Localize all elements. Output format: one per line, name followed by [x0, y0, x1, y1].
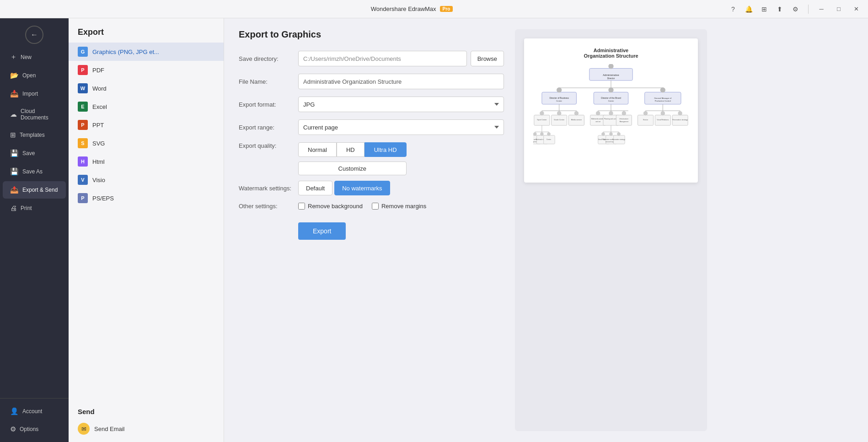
svg-text:Grade Center: Grade Center [554, 119, 565, 121]
sidebar-item-account[interactable]: 👤 Account [3, 403, 66, 420]
export-item-word[interactable]: W Word [69, 79, 224, 97]
file-name-input[interactable] [298, 74, 504, 89]
quality-buttons: Normal HD Ultra HD [298, 142, 407, 157]
export-item-pseps[interactable]: P PS/EPS [69, 189, 224, 207]
export-format-select[interactable]: JPG PNG BMP GIF SVG [298, 97, 504, 112]
close-button[interactable]: ✕ [850, 3, 863, 16]
watermark-row: Watermark settings: Default No watermark… [239, 181, 504, 195]
quality-normal-button[interactable]: Normal [298, 142, 337, 157]
svg-text:Multimedia activities: Multimedia activities [591, 118, 605, 120]
watermark-label: Watermark settings: [239, 185, 298, 192]
svg-point-41 [596, 111, 600, 115]
export-item-visio[interactable]: V Visio [69, 171, 224, 189]
svg-point-45 [609, 111, 613, 115]
remove-background-label: Remove background [308, 203, 363, 210]
sidebar-item-import[interactable]: 📥 Import [3, 85, 66, 102]
export-item-graphics[interactable]: G Graphics (PNG, JPG et... [69, 43, 224, 61]
export-item-svg[interactable]: S SVG [69, 134, 224, 152]
sidebar-item-open[interactable]: 📂 Open [3, 67, 66, 84]
svg-point-33 [574, 111, 579, 115]
sidebar-item-options[interactable]: ⚙ Options [3, 420, 66, 438]
remove-margins-checkbox[interactable]: Remove margins [372, 203, 426, 210]
svg-point-10 [557, 87, 562, 92]
sidebar-item-print-label: Print [21, 205, 32, 211]
quality-ultrahd-button[interactable]: Ultra HD [364, 142, 407, 157]
sidebar-item-export[interactable]: 📤 Export & Send [3, 181, 66, 199]
sidebar-item-new[interactable]: ＋ New [3, 48, 66, 66]
minimize-button[interactable]: ─ [815, 3, 828, 16]
svg-text:and art: and art [596, 121, 600, 123]
remove-margins-input[interactable] [372, 203, 379, 210]
export-range-label: Export range: [239, 124, 298, 131]
share-icon[interactable]: ⬆ [773, 3, 786, 16]
preview-panel: Administrative Organization Structure Ad… [515, 29, 707, 431]
help-icon[interactable]: ? [727, 3, 739, 16]
sidebar-item-import-label: Import [22, 91, 38, 97]
titlebar-right: ? 🔔 ⊞ ⬆ ⚙ ─ □ ✕ [727, 3, 863, 16]
remove-background-checkbox[interactable]: Remove background [298, 203, 363, 210]
svg-text:Management: Management [620, 121, 628, 123]
svg-point-75 [540, 132, 544, 136]
send-email-item[interactable]: ✉ Send Email [78, 419, 214, 438]
sidebar-item-templates-label: Templates [20, 132, 45, 138]
apps-icon[interactable]: ⊞ [758, 3, 771, 16]
export-list: G Graphics (PNG, JPG et... P PDF W Word … [69, 43, 224, 402]
remove-background-input[interactable] [298, 203, 305, 210]
pdf-icon: P [78, 65, 88, 75]
export-item-pdf[interactable]: P PDF [69, 61, 224, 79]
sidebar-item-cloud[interactable]: ☁ Cloud Documents [3, 103, 66, 125]
titlebar-center: Wondershare EdrawMax Pro [371, 5, 453, 12]
content-area: Export to Graphics Save directory: Brows… [224, 18, 868, 442]
svg-text:Director of the Brand: Director of the Brand [601, 97, 621, 99]
svg-point-71 [533, 132, 537, 136]
import-icon: 📥 [10, 90, 19, 98]
save-directory-input[interactable] [298, 51, 467, 66]
sidebar-item-templates[interactable]: ⊞ Templates [3, 126, 66, 144]
export-button[interactable]: Export [298, 222, 346, 240]
send-email-label: Send Email [94, 426, 124, 432]
preview-chart-title: Administrative Organization Structure [533, 48, 689, 59]
cloud-icon: ☁ [10, 110, 17, 119]
export-format-row: Export format: JPG PNG BMP GIF SVG [239, 97, 504, 112]
svg-point-60 [661, 111, 665, 115]
word-label: Word [92, 85, 107, 92]
saveas-icon: 💾 [10, 167, 19, 176]
svg-point-1 [608, 64, 613, 69]
export-item-excel[interactable]: E Excel [69, 97, 224, 116]
preview-card: Administrative Organization Structure Ad… [524, 38, 698, 183]
watermark-none-button[interactable]: No watermarks [334, 181, 390, 195]
quality-hd-button[interactable]: HD [337, 142, 364, 157]
export-item-html[interactable]: H Html [69, 152, 224, 171]
sidebar-item-options-label: Options [20, 426, 38, 432]
pdf-label: PDF [92, 67, 104, 74]
export-item-ppt[interactable]: P PPT [69, 116, 224, 134]
customize-button[interactable]: Customize [298, 162, 407, 175]
export-range-select[interactable]: Current page All pages Selected pages [298, 119, 504, 135]
titlebar: Wondershare EdrawMax Pro ? 🔔 ⊞ ⬆ ⚙ ─ □ ✕ [0, 0, 868, 18]
sidebar-item-cloud-label: Cloud Documents [21, 108, 59, 121]
email-icon: ✉ [78, 423, 90, 435]
sidebar-item-save[interactable]: 💾 Save [3, 145, 66, 162]
svg-text:Production Control: Production Control [655, 100, 671, 102]
toolbar-icons: ? 🔔 ⊞ ⬆ ⚙ [727, 3, 802, 16]
sidebar-item-saveas[interactable]: 💾 Save As [3, 163, 66, 180]
quality-options: Normal HD Ultra HD Customize [298, 142, 407, 175]
sidebar-item-print[interactable]: 🖨 Print [3, 199, 66, 216]
ppt-icon: P [78, 120, 88, 130]
nav-bottom: 👤 Account ⚙ Options [0, 398, 69, 438]
svg-label: SVG [92, 140, 105, 147]
svg-text:Vocal Relations: Vocal Relations [657, 119, 669, 121]
back-button[interactable]: ← [25, 26, 43, 44]
html-label: Html [92, 158, 105, 165]
browse-button[interactable]: Browse [471, 51, 504, 66]
graphics-label: Graphics (PNG, JPG et... [92, 49, 159, 55]
save-icon: 💾 [10, 149, 19, 157]
org-chart-svg: Administrative Director Director of Busi… [533, 64, 689, 172]
word-icon: W [78, 83, 88, 93]
settings-icon[interactable]: ⚙ [789, 3, 802, 16]
sidebar-item-export-label: Export & Send [22, 187, 58, 193]
svg-point-78 [547, 132, 551, 136]
watermark-default-button[interactable]: Default [298, 181, 332, 195]
notification-icon[interactable]: 🔔 [742, 3, 755, 16]
maximize-button[interactable]: □ [832, 3, 845, 16]
